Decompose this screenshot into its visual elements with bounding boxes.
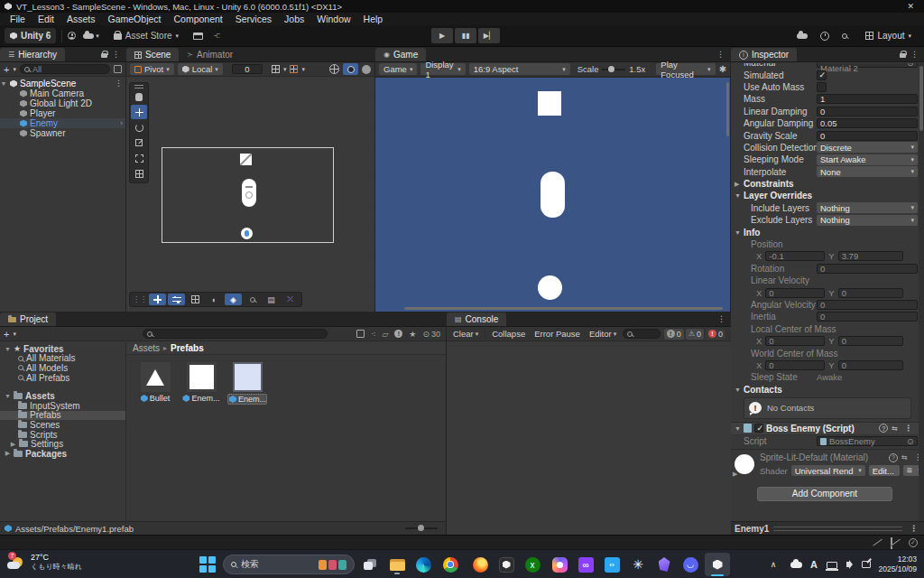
version-control-icon[interactable]: ⑂: [212, 33, 222, 39]
lock-icon[interactable]: [900, 53, 906, 58]
notifications-muted-icon[interactable]: [873, 538, 882, 547]
simulated-checkbox[interactable]: [817, 70, 827, 80]
hierarchy-row-enemy[interactable]: Enemy ›: [0, 118, 125, 128]
kebab-menu-icon[interactable]: ⋮: [109, 51, 123, 59]
unity-hub-button[interactable]: [495, 554, 517, 575]
fav-all-models-row[interactable]: All Models: [0, 363, 125, 373]
favorite-star-icon[interactable]: ★: [409, 330, 416, 339]
add-chevron-icon[interactable]: ▾: [13, 66, 16, 73]
favorites-row[interactable]: ▼★ Favorites: [0, 344, 125, 354]
tray-expand-chevron[interactable]: ∧: [765, 554, 781, 575]
step-button[interactable]: ▶▏: [478, 28, 500, 43]
collapse-button[interactable]: Collapse: [489, 329, 528, 339]
menu-edit[interactable]: Edit: [32, 14, 60, 24]
taskbar-clock[interactable]: 12:03 2025/10/09: [877, 554, 920, 575]
collision-detection-dropdown[interactable]: Discrete▾: [817, 142, 918, 153]
menu-window[interactable]: Window: [310, 14, 356, 24]
discord-button[interactable]: ◡: [679, 554, 701, 575]
linear-velocity-x-field[interactable]: 0: [765, 288, 825, 298]
hierarchy-search-input[interactable]: All: [20, 64, 110, 74]
tab-hierarchy[interactable]: ☰ Hierarchy: [0, 48, 65, 61]
scene-viewport[interactable]: ⋮⋮ ◐ ◈ ▤ ⤫: [126, 78, 374, 312]
visual-studio-button[interactable]: ∞: [575, 554, 596, 575]
tab-scene[interactable]: Scene: [126, 48, 179, 61]
game-vertical-scrollbar[interactable]: [726, 82, 729, 136]
object-picker-icon[interactable]: ⊙: [907, 436, 914, 446]
overlay-tool-settings-button[interactable]: [168, 294, 185, 305]
undo-history-icon[interactable]: [820, 32, 829, 41]
overlay-stack-button[interactable]: ▤: [263, 294, 280, 305]
menu-services[interactable]: Services: [229, 14, 278, 24]
hierarchy-row-player[interactable]: Player: [0, 108, 125, 118]
editor-dropdown[interactable]: Editor▾: [587, 329, 619, 339]
hidden-count-toggle[interactable]: ⊙30: [422, 330, 440, 339]
inspector-scrollbar[interactable]: [919, 63, 924, 521]
presets-icon[interactable]: ⇆: [892, 424, 898, 433]
slider-knob[interactable]: [418, 525, 424, 531]
sleeping-mode-dropdown[interactable]: Start Awake▾: [817, 154, 918, 165]
kebab-menu-icon[interactable]: ⋮: [714, 51, 727, 59]
lock-icon[interactable]: [101, 53, 107, 58]
copilot-button[interactable]: [549, 554, 570, 575]
asset-enemy1-selected[interactable]: Enem...: [228, 362, 266, 405]
taskbar-weather-widget[interactable]: 7 27°C くもり時々晴れ: [7, 553, 82, 572]
material-foldout-arrow-icon[interactable]: ▶: [733, 471, 737, 478]
scale-slider[interactable]: [602, 69, 625, 70]
tab-project[interactable]: Project: [0, 312, 56, 326]
tab-console[interactable]: ▤ Console: [447, 312, 506, 326]
position-y-field[interactable]: 3.79: [838, 251, 903, 261]
asset-store-button[interactable]: Asset Store ▾: [108, 28, 184, 43]
grid-snap-icon[interactable]: [272, 65, 280, 73]
volume-icon[interactable]: [841, 554, 857, 575]
xbox-button[interactable]: x: [522, 554, 543, 575]
start-button[interactable]: [197, 554, 218, 575]
mass-field[interactable]: 1: [817, 94, 918, 104]
constraints-foldout[interactable]: ▶Constraints: [731, 178, 919, 190]
toolstrip-drag-handle[interactable]: [134, 85, 143, 89]
layer-overrides-foldout[interactable]: ▼Layer Overrides: [731, 190, 919, 201]
enemy-capsule-gizmo[interactable]: [242, 179, 256, 207]
move-tool-button[interactable]: [131, 105, 147, 119]
help-icon[interactable]: ?: [879, 424, 888, 433]
menu-assets[interactable]: Assets: [60, 14, 102, 24]
kebab-menu-icon[interactable]: ⋮: [901, 424, 915, 433]
overlay-view-button[interactable]: ◐: [206, 294, 223, 305]
unity-editor-button[interactable]: [705, 553, 730, 576]
tab-animator[interactable]: ≻ Animator: [179, 47, 241, 61]
player-circle-gizmo[interactable]: [241, 228, 253, 239]
aspect-dropdown[interactable]: 16:9 Aspect▾: [469, 63, 570, 75]
overlay-drag-handle[interactable]: ⋮⋮: [133, 295, 147, 303]
menu-gameobject[interactable]: GameObject: [102, 14, 168, 24]
component-enabled-checkbox[interactable]: [754, 424, 763, 433]
obsidian-button[interactable]: [653, 554, 675, 575]
world-com-x-field[interactable]: 0: [765, 360, 825, 370]
overlay-move-button[interactable]: [149, 294, 166, 305]
scene-kebab-icon[interactable]: ⋮: [112, 79, 125, 88]
folder-inputsystem-row[interactable]: InputSystem: [0, 401, 125, 411]
task-view-button[interactable]: [359, 554, 381, 575]
foldout-arrow-icon[interactable]: ▼: [735, 425, 741, 432]
packages-root-row[interactable]: ▶ Packages: [0, 449, 125, 459]
boss-enemy-component-header[interactable]: ▼ Boss Enemy (Script) ? ⇆ ⋮: [731, 422, 919, 435]
cloud-services-icon[interactable]: [83, 33, 94, 39]
scene-filter-icon[interactable]: [114, 65, 122, 73]
contacts-foldout[interactable]: ▼Contacts: [731, 384, 919, 396]
tab-inspector[interactable]: i Inspector: [731, 48, 797, 61]
progress-ok-icon[interactable]: ✓: [909, 538, 919, 547]
layout-dropdown[interactable]: Layout ▾: [860, 28, 917, 43]
package-manager-icon[interactable]: [193, 33, 203, 40]
local-com-x-field[interactable]: 0: [765, 336, 825, 346]
linear-velocity-y-field[interactable]: 0: [838, 288, 903, 298]
filter-by-type-icon[interactable]: ⁖: [371, 330, 375, 339]
clear-button[interactable]: Clear▾: [450, 329, 481, 339]
breadcrumb-root[interactable]: Assets: [133, 343, 160, 353]
info-foldout[interactable]: ▼Info: [731, 226, 919, 238]
rotation-field[interactable]: 0: [817, 264, 918, 274]
label-filter-icon[interactable]: ▱: [382, 330, 388, 339]
account-icon[interactable]: [68, 32, 76, 40]
menu-component[interactable]: Component: [167, 14, 228, 24]
linear-damping-field[interactable]: 0: [817, 107, 918, 117]
chrome-button[interactable]: [439, 554, 461, 575]
cloud-sync-icon[interactable]: [797, 33, 808, 39]
script-object-field[interactable]: BossEnemy ⊙: [817, 436, 918, 446]
